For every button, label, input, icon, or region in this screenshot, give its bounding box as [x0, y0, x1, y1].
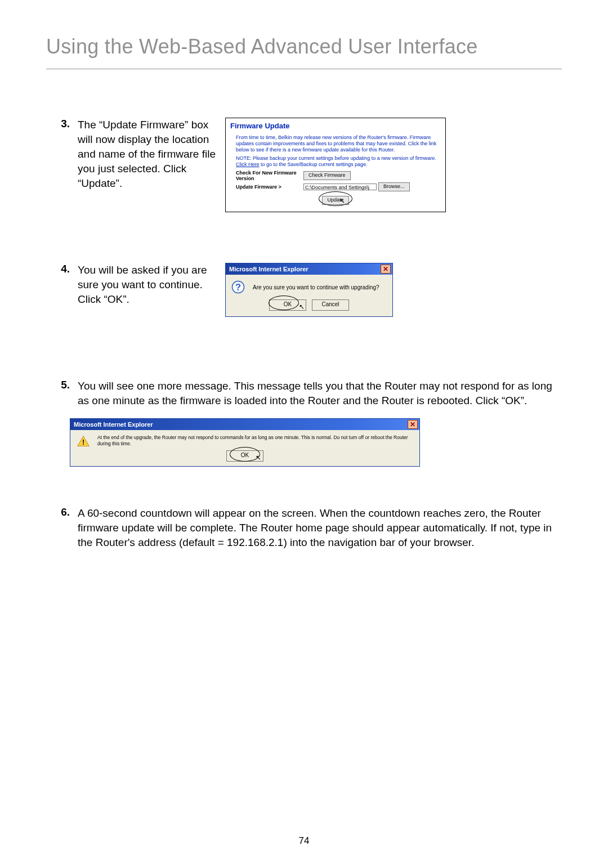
firmware-update-panel: Firmware Update From time to time, Belki… — [225, 118, 446, 212]
firmware-update-title: Firmware Update — [230, 122, 441, 130]
firmware-note-tail: to go to the Save/Backup current setting… — [260, 162, 368, 167]
svg-text:!: ! — [82, 439, 84, 446]
firmware-clickhere-link[interactable]: Click Here — [236, 162, 260, 167]
dialog1-message: Are you sure you want to continue with u… — [253, 284, 379, 290]
firmware-note-lead: NOTE: Please backup your current setting… — [236, 155, 436, 161]
update-firmware-label: Update Firmware > — [236, 184, 303, 190]
firmware-note-text: NOTE: Please backup your current setting… — [236, 155, 441, 168]
cursor-icon: ↖ — [299, 304, 305, 310]
step-4-num: 4. — [61, 263, 70, 275]
question-icon: ? — [231, 280, 245, 294]
browse-button[interactable]: Browse... — [378, 182, 410, 191]
step-6-num: 6. — [61, 506, 70, 518]
manual-page: Using the Web-Based Advanced User Interf… — [0, 0, 608, 868]
confirm-dialog-1: Microsoft Internet Explorer ✕ ? Are you … — [225, 263, 393, 317]
cursor-icon: ↖ — [256, 455, 261, 460]
dialog2-title: Microsoft Internet Explorer — [74, 421, 153, 428]
firmware-intro-text: From time to time, Belkin may release ne… — [236, 135, 441, 153]
close-icon[interactable]: ✕ — [408, 420, 418, 429]
warning-icon: ! — [77, 436, 90, 447]
firmware-path-input[interactable]: C:\Documents and Settings\j — [303, 184, 377, 190]
step-4-text: You will be asked if you are sure you wa… — [78, 263, 217, 317]
step-6-text: A 60-second countdown will appear on the… — [78, 506, 562, 550]
dialog2-message: At the end of the upgrade, the Router ma… — [97, 435, 415, 447]
dialog1-title: Microsoft Internet Explorer — [229, 266, 309, 272]
page-number: 74 — [0, 835, 608, 847]
svg-text:?: ? — [235, 282, 241, 292]
close-icon[interactable]: ✕ — [381, 265, 391, 274]
step-5-row: 5. You will see one more message. This m… — [46, 379, 562, 467]
step-3-text: The “Update Firmware” box will now displ… — [78, 118, 217, 212]
step-3-num: 3. — [61, 118, 70, 129]
step-5-text: You will see one more message. This mess… — [78, 379, 562, 408]
cancel-button[interactable]: Cancel — [312, 299, 349, 311]
dialog2-titlebar: Microsoft Internet Explorer ✕ — [70, 419, 419, 430]
step-5-num: 5. — [61, 379, 70, 391]
cursor-icon: ↖ — [339, 198, 345, 204]
check-firmware-label: Check For New Firmware Version — [236, 170, 303, 181]
step-4-row: 4. You will be asked if you are sure you… — [46, 263, 562, 317]
check-firmware-button[interactable]: Check Firmware — [303, 171, 351, 180]
step-3-row: 3. The “Update Firmware” box will now di… — [46, 118, 562, 212]
page-title: Using the Web-Based Advanced User Interf… — [46, 35, 562, 69]
confirm-dialog-2: Microsoft Internet Explorer ✕ ! At the e… — [70, 418, 420, 467]
dialog1-titlebar: Microsoft Internet Explorer ✕ — [226, 263, 392, 275]
step-6-row: 6. A 60-second countdown will appear on … — [46, 506, 562, 550]
